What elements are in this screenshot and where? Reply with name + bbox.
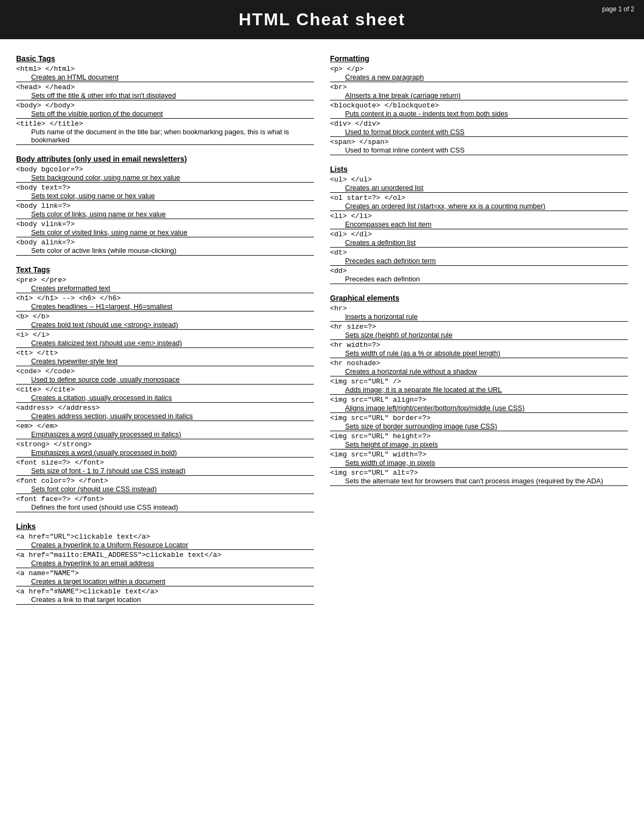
tag-line: <body bgcolor=?> [16,165,314,173]
desc-line: Sets font color (should use CSS instead) [16,485,314,493]
section-title-basic-tags: Basic Tags [16,54,314,63]
divider [16,604,314,605]
divider [16,402,314,403]
divider [16,182,314,183]
tag-block: <body vlink=?>Sets color of visited link… [16,220,314,237]
desc-line: Sets size of font - 1 to 7 (should use C… [16,467,314,475]
tag-block: <h1> </h1> --> <h6> </h6>Creates headlin… [16,294,314,311]
tag-line: <img src="URL" align=?> [330,396,628,404]
tag-line: <hr> [330,304,628,313]
tag-block: <strong> </strong>Emphasizes a word (usu… [16,440,314,458]
tag-line: <br> [330,83,628,91]
tag-line: <address> </address> [16,404,314,412]
tag-block: <div> </div>Used to format block content… [330,120,628,137]
divider [330,136,628,137]
desc-line: Used to format inline content with CSS [330,146,628,154]
tag-block: <img src="URL" align=?>Aligns image left… [330,396,628,413]
tag-block: <ul> </ul>Creates an unordered list [330,176,628,193]
desc-line: Precedes each defintion [330,275,628,283]
section-text-tags: Text Tags<pre> </pre>Creates preformatte… [16,265,314,512]
desc-line: Sets size (height) of horizontal rule [330,331,628,339]
tag-block: <hr size=?>Sets size (height) of horizon… [330,323,628,340]
section-body-attributes: Body attributes (only used in email news… [16,155,314,256]
right-column: Formatting<p> </p>Creates a new paragrap… [330,49,628,614]
tag-block: <dd>Precedes each defintion [330,267,628,284]
desc-line: Sets the alternate text for browsers tha… [330,477,628,485]
divider [16,568,314,568]
desc-line: Sets width of image, in pixels [330,459,628,467]
divider [330,229,628,229]
tag-line: <a href="URL">clickable text</a> [16,533,314,541]
desc-line: Creates italicized text (should use <em>… [16,339,314,347]
tag-line: <h1> </h1> --> <h6> </h6> [16,294,314,302]
tag-line: <li> </li> [330,212,628,220]
divider [330,431,628,431]
divider [16,329,314,330]
divider [330,358,628,358]
divider [330,394,628,395]
tag-block: <body link=?>Sets color of links, using … [16,202,314,219]
desc-line: Creates headlines -- H1=largest, H6=smal… [16,302,314,310]
tag-block: <hr noshade>Creates a horizontal rule wi… [330,359,628,376]
desc-line: Defines the font used (should use CSS in… [16,503,314,511]
divider [16,311,314,311]
tag-line: <hr width=?> [330,341,628,349]
tag-line: <a href="mailto:EMAIL_ADDRESS">clickable… [16,551,314,559]
desc-line: Precedes each defintion term [330,257,628,265]
tag-block: <i> </i>Creates italicized text (should … [16,331,314,348]
desc-line: Creates a target location within a docum… [16,577,314,585]
desc-line: Sets text color, using name or hex value [16,192,314,200]
tag-block: <b> </b>Creates bold text (should use <s… [16,313,314,330]
divider [330,82,628,82]
divider [330,376,628,376]
desc-line: Creates an unordered list [330,184,628,192]
tag-line: <hr noshade> [330,359,628,367]
tag-block: <head> </head>Sets off the title & other… [16,83,314,100]
tag-line: <tt> </tt> [16,349,314,357]
section-title-links: Links [16,522,314,531]
tag-line: <img src="URL" alt=?> [330,469,628,477]
tag-block: <img src="URL" alt=?>Sets the alternate … [330,469,628,486]
desc-line: Creates a new paragraph [330,73,628,81]
tag-line: <i> </i> [16,331,314,339]
tag-block: <hr width=?>Sets width of rule (as a % o… [330,341,628,358]
tag-block: <a name="NAME">Creates a target location… [16,569,314,586]
divider [16,586,314,586]
tag-block: <font size=?> </font>Sets size of font -… [16,459,314,476]
desc-line: Sets color of visited links, using name … [16,228,314,236]
desc-line: Used to format block content with CSS [330,128,628,136]
divider [330,449,628,449]
tag-block: <img src="URL" border=?>Sets size of bor… [330,414,628,431]
desc-line: Creates a horizontal rule without a shad… [330,367,628,375]
divider [330,284,628,284]
section-title-body-attributes: Body attributes (only used in email news… [16,155,314,163]
tag-block: <font color=?> </font>Sets font color (s… [16,477,314,494]
tag-line: <dt> [330,249,628,257]
tag-line: <b> </b> [16,313,314,321]
page: HTML Cheat sheet page 1 of 2 Basic Tags<… [0,0,644,834]
tag-block: <span> </span>Used to format inline cont… [330,138,628,155]
tag-line: <font face=?> </font> [16,495,314,503]
tag-line: <font color=?> </font> [16,477,314,485]
tag-block: <br>AInserts a line break (carriage retu… [330,83,628,100]
divider [330,247,628,248]
tag-line: <img src="URL" height=?> [330,432,628,440]
desc-line: Creates an ordered list (start=xx, where… [330,202,628,210]
tag-line: <cite> </cite> [16,386,314,394]
divider [330,155,628,155]
tag-line: <dd> [330,267,628,275]
tag-block: <img src="URL" />Adds image; it is a sep… [330,378,628,395]
divider [330,100,628,100]
desc-line: Used to define source code, usually mono… [16,375,314,383]
divider [330,321,628,322]
section-formatting: Formatting<p> </p>Creates a new paragrap… [330,54,628,155]
tag-line: <code> </code> [16,367,314,375]
tag-block: <html> </html>Creates an HTML document [16,65,314,82]
divider [16,219,314,219]
tag-line: <img src="URL" width=?> [330,451,628,459]
tag-block: <a href="#NAME">clickable text</a>Create… [16,588,314,605]
tag-block: <cite> </cite>Creates a citation, usuall… [16,386,314,403]
left-column: Basic Tags<html> </html>Creates an HTML … [16,49,314,614]
section-graphical-elements: Graphical elements<hr>Inserts a horizont… [330,294,628,486]
divider [16,255,314,256]
